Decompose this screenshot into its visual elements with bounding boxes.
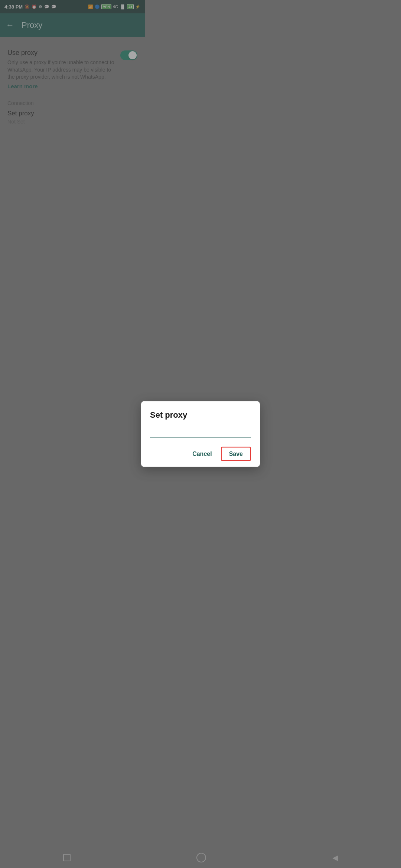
dialog-overlay bbox=[0, 0, 145, 313]
